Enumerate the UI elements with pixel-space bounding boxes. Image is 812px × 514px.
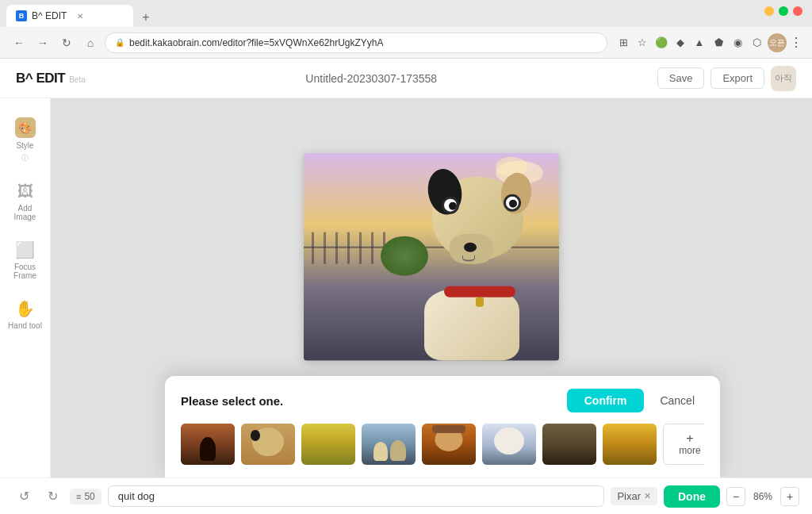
thumbnail-3[interactable] [301, 424, 355, 465]
tab-favicon: B [16, 10, 27, 21]
tag-remove-button[interactable]: ✕ [644, 491, 651, 501]
more-plus-sign: + [686, 432, 693, 445]
bottom-toolbar: ↺ ↻ ≡ 50 // Set input value from data do… [0, 478, 812, 514]
zoom-out-button[interactable]: − [726, 487, 745, 506]
ext2-icon[interactable]: ◆ [672, 35, 688, 51]
sidebar-hand-tool-label: Hand tool [8, 321, 42, 330]
selection-panel: Please select one. Confirm Cancel [165, 376, 720, 478]
tag-badge: Pixar ✕ [611, 487, 657, 505]
tab-bar: B B^ EDIT ✕ + [0, 0, 812, 27]
counter-icon: ≡ [76, 492, 81, 501]
url-text: bedit.kakaobrain.com/editor?file=5xVQWnX… [129, 37, 384, 48]
user-label: 아직 [775, 72, 792, 84]
home-button[interactable]: ⌂ [81, 33, 100, 52]
app-container: B^ EDIT Beta Untitled-20230307-173558 Sa… [0, 59, 812, 514]
panel-header: Please select one. Confirm Cancel [181, 389, 704, 412]
app-header: B^ EDIT Beta Untitled-20230307-173558 Sa… [0, 59, 812, 98]
thumbnail-5[interactable] [422, 424, 476, 465]
redo-button[interactable]: ↻ [41, 485, 63, 508]
ext4-icon[interactable]: ⬟ [710, 35, 726, 51]
address-bar: ← → ↻ ⌂ 🔒 bedit.kakaobrain.com/editor?fi… [0, 27, 812, 59]
active-tab[interactable]: B B^ EDIT ✕ [6, 5, 133, 27]
url-input[interactable]: 🔒 bedit.kakaobrain.com/editor?file=5xVQW… [105, 33, 607, 53]
done-button[interactable]: Done [664, 485, 720, 508]
sidebar-focus-frame-label: Focus Frame [6, 263, 44, 280]
main-content: 🎨 Style ⓘ 🖼 Add Image ⬜ Focus Frame ✋ Ha… [0, 98, 812, 478]
hand-tool-icon: ✋ [15, 299, 35, 318]
bookmark-star-icon[interactable]: ☆ [634, 35, 650, 51]
style-icon: 🎨 [15, 117, 36, 138]
thumbnail-6[interactable] [482, 424, 536, 465]
ext5-icon[interactable]: ◉ [730, 35, 745, 51]
thumbnail-8[interactable] [603, 424, 657, 465]
extensions-icon[interactable]: ⊞ [615, 35, 631, 51]
sidebar: 🎨 Style ⓘ 🖼 Add Image ⬜ Focus Frame ✋ Ha… [0, 98, 51, 478]
header-actions: Save Export 아직 [657, 66, 796, 91]
browser-menu-button[interactable]: ⋮ [790, 35, 802, 50]
doc-title-text: Untitled-20230307-173558 [305, 72, 437, 85]
zoom-value-display: 86% [749, 491, 777, 502]
thumbnail-2[interactable] [241, 424, 295, 465]
forward-button[interactable]: → [33, 33, 52, 52]
maximize-button[interactable] [779, 6, 788, 16]
search-counter-badge: ≡ 50 [70, 489, 102, 504]
search-input[interactable] [108, 485, 605, 507]
reload-button[interactable]: ↻ [57, 33, 76, 52]
tab-close-button[interactable]: ✕ [75, 10, 86, 21]
confirm-button[interactable]: Confirm [567, 389, 645, 412]
panel-action-buttons: Confirm Cancel [567, 389, 704, 412]
more-label: more [679, 445, 700, 456]
sidebar-item-style[interactable]: 🎨 Style ⓘ [3, 111, 48, 170]
zoom-controls: − 86% + [726, 487, 799, 506]
thumbnail-list: + more [181, 424, 704, 465]
zoom-in-button[interactable]: + [780, 487, 799, 506]
sidebar-item-hand-tool[interactable]: ✋ Hand tool [3, 293, 48, 336]
more-thumbnails-button[interactable]: + more [663, 424, 704, 465]
close-button[interactable] [793, 6, 802, 16]
thumbnail-1[interactable] [181, 424, 235, 465]
document-title: Untitled-20230307-173558 [86, 71, 657, 86]
sidebar-item-focus-frame[interactable]: ⬜ Focus Frame [3, 234, 48, 286]
back-button[interactable]: ← [10, 33, 29, 52]
sidebar-style-info: ⓘ [21, 153, 29, 163]
ext6-icon[interactable]: ⬡ [749, 35, 764, 51]
save-button[interactable]: Save [657, 67, 705, 89]
add-image-icon: 🖼 [17, 182, 33, 201]
focus-frame-icon: ⬜ [15, 240, 35, 259]
cancel-button[interactable]: Cancel [650, 389, 704, 412]
new-tab-button[interactable]: + [136, 8, 155, 27]
main-canvas-image [304, 153, 559, 361]
user-avatar-button[interactable]: 아직 [771, 66, 796, 91]
ext3-icon[interactable]: ▲ [691, 35, 707, 51]
thumbnail-4[interactable] [362, 424, 416, 465]
profile-avatar[interactable]: 오픈 [768, 33, 787, 52]
thumbnail-7[interactable] [542, 424, 596, 465]
logo-beta-badge: Beta [69, 75, 86, 84]
undo-button[interactable]: ↺ [13, 485, 35, 508]
tab-title-text: B^ EDIT [32, 10, 67, 21]
export-button[interactable]: Export [710, 67, 764, 89]
sidebar-item-add-image[interactable]: 🖼 Add Image [3, 176, 48, 228]
logo-text: B^ EDIT [16, 71, 65, 86]
counter-value: 50 [84, 491, 94, 502]
tag-text: Pixar [617, 490, 641, 502]
sidebar-add-image-label: Add Image [6, 204, 44, 221]
sidebar-style-label: Style [16, 141, 33, 150]
kakao-ext-icon[interactable]: 🟢 [653, 35, 669, 51]
panel-title: Please select one. [181, 394, 283, 408]
app-logo: B^ EDIT Beta [16, 71, 86, 86]
canvas-area: Please select one. Confirm Cancel [51, 98, 812, 478]
minimize-button[interactable] [764, 6, 774, 16]
lock-icon: 🔒 [115, 38, 124, 47]
